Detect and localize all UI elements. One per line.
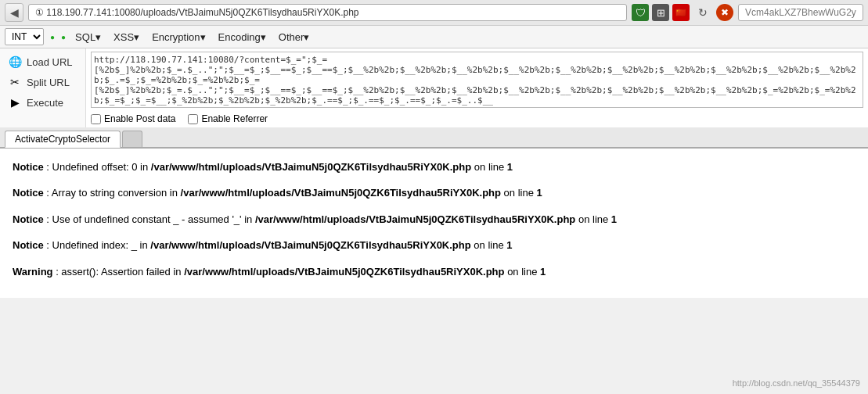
notice-line-4: Notice : Undefined index: _ in /var/www/… [13,236,855,254]
notice-line-1: Notice : Undefined offset: 0 in /var/www… [13,158,855,176]
execute-label: Execute [27,97,63,109]
browser-chrome: ◀ ① 118.190.77.141:10080/uploads/VtBJaim… [0,0,868,26]
sidebar-item-execute[interactable]: ▶ Execute [5,94,81,111]
enable-referrer-checkbox[interactable] [188,114,198,124]
xss-menu[interactable]: XSS▾ [110,30,142,44]
toolbar: INT ● ● SQL▾ XSS▾ Encryption▾ Encoding▾ … [0,26,868,48]
split-url-icon: ✂ [8,75,22,89]
warning-msg-5: : assert(): Assertion failed in [56,266,184,278]
notice-linenum-1: 1 [507,161,513,173]
notice-label-4: Notice [13,239,44,251]
notice-msg-1: : Undefined offset: 0 in [46,161,150,173]
tab-activate-crypto[interactable]: ActivateCryptoSelector [5,131,121,148]
cancel-icon[interactable]: ✖ [716,4,733,21]
notice-label-3: Notice [13,213,44,225]
notice-label-2: Notice [13,187,44,199]
notice-file-3: /var/www/html/uploads/VtBJaimuN5j0QZK6Ti… [255,213,575,225]
sql-menu[interactable]: SQL▾ [72,30,104,44]
main-content: 🌐 Load URL ✂ Split URL ▶ Execute http://… [0,48,868,127]
sidebar: 🌐 Load URL ✂ Split URL ▶ Execute [0,48,86,127]
warning-file-5: /var/www/html/uploads/VtBJaimuN5j0QZK6Ti… [184,266,504,278]
notice-file-2: /var/www/html/uploads/VtBJaimuN5j0QZK6Ti… [181,187,501,199]
notice-online-4: on line [474,239,506,251]
int-select[interactable]: INT [5,28,44,45]
load-url-label: Load URL [27,56,73,68]
notice-msg-4: : Undefined index: _ in [46,239,150,251]
url-area: http://118.190.77.141:10080/?content=$_=… [86,48,868,127]
notice-line-3: Notice : Use of undefined constant _ - a… [13,210,855,228]
url-options: Enable Post data Enable Referrer [91,113,863,124]
tab-empty[interactable] [122,131,142,147]
notice-label-1: Notice [13,161,44,173]
enable-referrer-label[interactable]: Enable Referrer [188,113,268,124]
other-menu[interactable]: Other▾ [276,30,313,44]
reload-button[interactable]: ↻ [694,4,711,21]
enable-post-label[interactable]: Enable Post data [91,113,175,124]
notice-online-3: on line [578,213,611,225]
notice-linenum-3: 1 [611,213,617,225]
notice-msg-2: : Array to string conversion in [46,187,180,199]
notice-file-1: /var/www/html/uploads/VtBJaimuN5j0QZK6Ti… [151,161,471,173]
load-url-icon: 🌐 [8,55,22,69]
url-textarea[interactable]: http://118.190.77.141:10080/?content=$_=… [91,52,863,108]
security-icons: 🛡 ⊞ 🇨🇳 [632,4,690,21]
split-url-label: Split URL [27,77,70,88]
grid-icon: ⊞ [652,4,669,21]
notice-linenum-4: 1 [506,239,512,251]
address-bar[interactable]: ① 118.190.77.141:10080/uploads/VtBJaimuN… [28,4,627,21]
search-input[interactable] [738,4,863,21]
output-area: Notice : Undefined offset: 0 in /var/www… [0,149,868,298]
warning-online-5: on line [507,266,540,278]
execute-icon: ▶ [8,95,22,109]
encoding-menu[interactable]: Encoding▾ [215,30,269,44]
notice-file-4: /var/www/html/uploads/VtBJaimuN5j0QZK6Ti… [150,239,470,251]
notice-online-2: on line [504,187,537,199]
dot2: ● [61,33,66,41]
enable-referrer-text: Enable Referrer [201,113,268,124]
warning-label-5: Warning [13,266,53,278]
sidebar-item-load-url[interactable]: 🌐 Load URL [5,53,81,70]
enable-post-checkbox[interactable] [91,114,101,124]
notice-linenum-2: 1 [537,187,542,199]
tab-bar: ActivateCryptoSelector [0,127,868,149]
shield-icon: 🛡 [632,4,649,21]
notice-msg-3: : Use of undefined constant _ - assumed … [46,213,255,225]
back-button[interactable]: ◀ [5,3,23,22]
sidebar-item-split-url[interactable]: ✂ Split URL [5,73,81,91]
dot1: ● [50,33,55,41]
warning-line-5: Warning : assert(): Assertion failed in … [13,263,855,281]
notice-online-1: on line [474,161,507,173]
notice-line-2: Notice : Array to string conversion in /… [13,184,855,202]
enable-post-text: Enable Post data [104,113,175,124]
warning-linenum-5: 1 [540,266,546,278]
flag-icon: 🇨🇳 [672,4,690,21]
encryption-menu[interactable]: Encryption▾ [149,30,208,44]
